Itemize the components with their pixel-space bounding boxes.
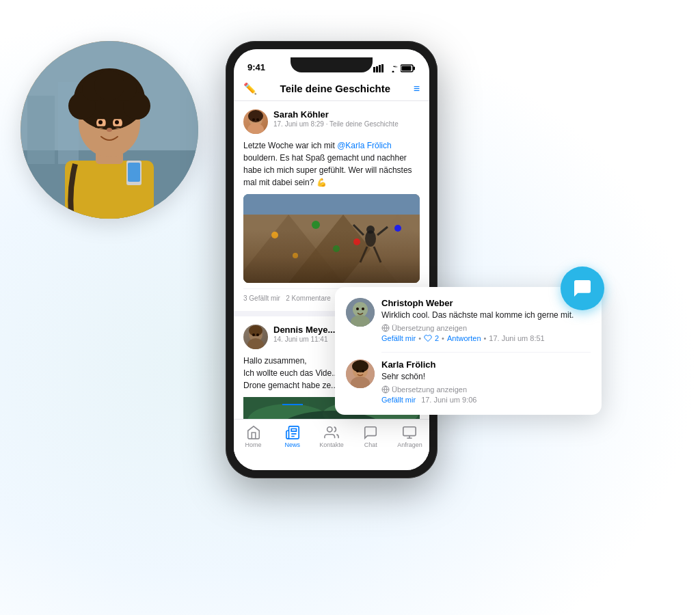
like-action-karla[interactable]: Gefällt mir bbox=[381, 396, 416, 404]
svg-point-51 bbox=[366, 226, 375, 234]
nav-kontakte[interactable]: Kontakte bbox=[312, 425, 351, 448]
edit-icon[interactable]: ✏️ bbox=[243, 82, 257, 95]
comment-time: 17. Juni um 8:51 bbox=[489, 334, 544, 342]
svg-point-57 bbox=[247, 338, 264, 349]
avatar-karla bbox=[346, 359, 375, 388]
comment-translate-christoph[interactable]: Übersetzung anzeigen bbox=[381, 324, 591, 332]
comment-text-karla: Sehr schön! bbox=[381, 371, 591, 383]
boulder-illustration bbox=[243, 194, 420, 283]
nav-chat-label: Chat bbox=[364, 441, 377, 448]
nav-home-label: Home bbox=[245, 441, 262, 448]
header-title: Teile deine Geschichte bbox=[280, 83, 390, 94]
svg-point-35 bbox=[247, 123, 264, 134]
svg-point-36 bbox=[248, 110, 263, 122]
svg-rect-32 bbox=[413, 67, 415, 70]
svg-point-45 bbox=[312, 221, 320, 229]
nav-home[interactable]: Home bbox=[234, 425, 273, 448]
comment-actions-christoph: Gefällt mir • 2 • Antworten • 17. Juni u… bbox=[381, 334, 591, 342]
comment-karla: Karla Frölich Sehr schön! Übersetzung an… bbox=[346, 359, 591, 404]
comment-content-karla: Karla Frölich Sehr schön! Übersetzung an… bbox=[381, 359, 591, 404]
svg-rect-39 bbox=[243, 194, 420, 283]
svg-point-58 bbox=[249, 325, 262, 336]
svg-line-55 bbox=[374, 247, 381, 262]
status-icons bbox=[373, 64, 416, 72]
svg-point-37 bbox=[252, 118, 255, 121]
svg-point-23 bbox=[107, 128, 112, 132]
post-card-1: Sarah Köhler 17. Juni um 8:29 · Teile de… bbox=[234, 101, 429, 311]
action-counts: 3 Gefällt mir 2 Kommentare bbox=[243, 295, 331, 302]
svg-line-54 bbox=[360, 247, 367, 262]
avatar-christoph bbox=[346, 298, 375, 327]
avatar-dennis bbox=[243, 325, 268, 349]
svg-rect-2 bbox=[27, 96, 55, 164]
svg-rect-28 bbox=[379, 65, 381, 72]
svg-point-46 bbox=[353, 238, 360, 245]
nav-anfragen-label: Anfragen bbox=[397, 441, 422, 448]
comment-content-christoph: Christoph Weber Wirklich cool. Das nächs… bbox=[381, 298, 591, 342]
comment-actions-karla: Gefällt mir 17. Juni um 9:06 bbox=[381, 396, 591, 404]
comment-author-karla: Karla Frölich bbox=[381, 359, 591, 370]
status-time: 9:41 bbox=[247, 62, 265, 72]
nav-news[interactable]: News bbox=[273, 425, 312, 448]
svg-point-22 bbox=[115, 120, 119, 124]
comment-time-karla: 17. Juni um 9:06 bbox=[421, 396, 476, 404]
like-count: 2 bbox=[435, 334, 439, 342]
svg-point-21 bbox=[98, 120, 103, 124]
menu-icon[interactable]: ≡ bbox=[414, 83, 420, 95]
svg-point-13 bbox=[94, 70, 124, 100]
svg-rect-33 bbox=[402, 66, 412, 71]
person-avatar bbox=[21, 41, 198, 219]
comment-christoph: Christoph Weber Wirklich cool. Das nächs… bbox=[346, 298, 591, 342]
nav-chat[interactable]: Chat bbox=[351, 425, 390, 448]
bottom-nav: Home News K bbox=[234, 419, 429, 470]
svg-point-74 bbox=[362, 308, 364, 310]
post-text: Letzte Woche war ich mit @Karla Frölich … bbox=[243, 139, 420, 189]
post-author-row: Sarah Köhler 17. Juni um 8:29 · Teile de… bbox=[243, 109, 420, 134]
post-meta: 17. Juni um 8:29 · Teile deine Geschicht… bbox=[273, 120, 420, 128]
svg-point-49 bbox=[333, 245, 340, 252]
post-image bbox=[243, 194, 420, 283]
svg-point-73 bbox=[356, 308, 359, 310]
svg-point-83 bbox=[362, 370, 364, 372]
svg-rect-29 bbox=[381, 64, 383, 72]
mention: @Karla Frölich bbox=[337, 141, 392, 150]
nav-kontakte-label: Kontakte bbox=[319, 441, 344, 448]
svg-point-59 bbox=[252, 333, 255, 336]
svg-point-50 bbox=[365, 230, 376, 247]
svg-point-38 bbox=[256, 118, 259, 121]
avatar-sarah bbox=[243, 109, 268, 134]
svg-point-48 bbox=[293, 253, 298, 258]
svg-rect-27 bbox=[376, 66, 378, 72]
post-author-name: Sarah Köhler bbox=[273, 109, 420, 120]
phone-notch bbox=[291, 57, 373, 72]
like-action[interactable]: Gefällt mir bbox=[381, 334, 416, 342]
svg-point-66 bbox=[327, 427, 332, 432]
comment-translate-karla[interactable]: Übersetzung anzeigen bbox=[381, 385, 591, 394]
comment-author-christoph: Christoph Weber bbox=[381, 298, 591, 308]
svg-rect-26 bbox=[373, 67, 375, 72]
svg-point-47 bbox=[394, 225, 401, 232]
svg-rect-25 bbox=[128, 163, 140, 182]
chat-bubble-button[interactable] bbox=[561, 266, 604, 310]
svg-rect-67 bbox=[403, 427, 416, 436]
post-author-info: Sarah Köhler 17. Juni um 8:29 · Teile de… bbox=[273, 109, 420, 128]
nav-anfragen[interactable]: Anfragen bbox=[390, 425, 429, 448]
svg-point-30 bbox=[392, 71, 394, 73]
nav-news-label: News bbox=[285, 441, 301, 448]
reply-action[interactable]: Antworten bbox=[447, 334, 481, 342]
app-header: ✏️ Teile deine Geschichte ≡ bbox=[234, 77, 429, 101]
svg-point-82 bbox=[356, 370, 359, 372]
svg-point-60 bbox=[256, 333, 259, 336]
svg-point-80 bbox=[352, 360, 368, 372]
svg-point-44 bbox=[271, 232, 278, 238]
nav-active-indicator bbox=[282, 404, 303, 405]
comment-text-christoph: Wirklich cool. Das nächste mal komme ich… bbox=[381, 310, 591, 321]
comment-popup: Christoph Weber Wirklich cool. Das nächs… bbox=[335, 287, 602, 415]
comment-divider bbox=[381, 352, 591, 353]
